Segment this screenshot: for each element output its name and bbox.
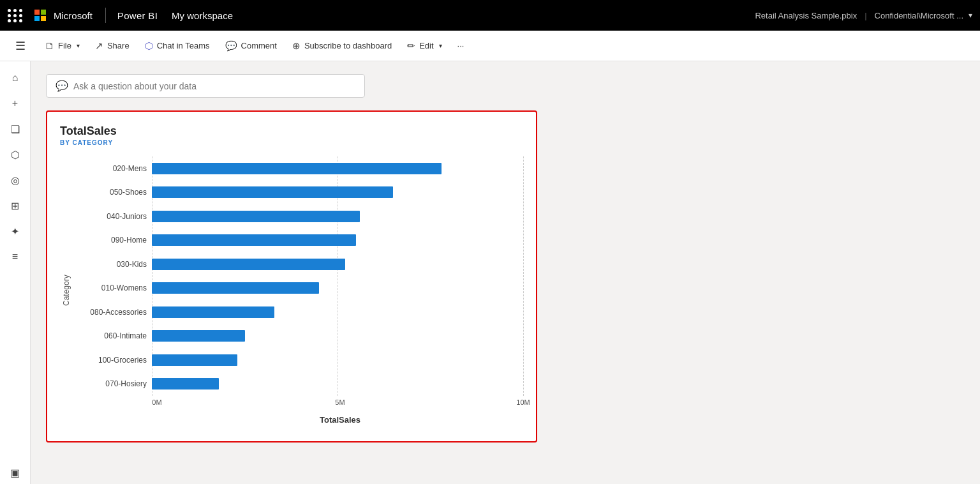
bars-column [152,156,523,396]
bar-label: 030-Kids [117,255,147,274]
comment-icon: 💬 [225,40,237,52]
subscribe-label: Subscribe to dashboard [304,41,392,50]
bar[interactable] [152,282,319,294]
microsoft-logo [34,10,46,21]
hamburger-menu[interactable]: ☰ [10,35,31,57]
chart-card: TotalSales BY CATEGORY Category 020-Mens… [46,110,537,442]
bar-label: 010-Womens [101,278,147,298]
main-content: 💬 TotalSales BY CATEGORY Category 020-Me… [31,61,980,484]
x-axis-label: TotalSales [157,415,523,425]
more-button[interactable]: ··· [451,37,471,54]
bar[interactable] [152,211,360,222]
topbar-right: Retail Analysis Sample.pbix | Confidenti… [755,11,972,20]
share-icon: ↗ [95,40,103,52]
microsoft-label: Microsoft [54,10,93,21]
file-chevron: ▾ [77,42,80,49]
bar-label: 050-Shoes [110,183,147,202]
sidebar-item-apps[interactable]: ⊞ [4,194,27,217]
table-row [152,326,523,345]
layout: ⌂ + ❑ ⬡ ◎ ⊞ ✦ ≡ ▣ 💬 TotalSales BY CATEGO… [0,61,980,484]
sidebar-item-monitor[interactable]: ▣ [4,461,27,484]
bar-label: 090-Home [111,231,147,250]
sidebar-item-browse[interactable]: ❑ [4,117,27,140]
topbar-divider [105,8,106,23]
apps-dots-grid[interactable] [8,9,23,22]
edit-button[interactable]: ✏ Edit ▾ [401,36,448,56]
sidebar-item-learn[interactable]: ≡ [4,245,27,268]
sidebar-item-home[interactable]: ⌂ [4,66,27,89]
bar[interactable] [152,378,219,389]
bars-container: 020-Mens050-Shoes040-Juniors090-Home030-… [75,156,523,396]
table-row [152,278,523,298]
table-row [152,303,523,322]
sidebar-item-create[interactable]: + [4,92,27,115]
bar-label: 080-Accessories [90,303,147,322]
file-button[interactable]: 🗋 File ▾ [38,36,86,55]
qa-bar[interactable]: 💬 [46,74,365,98]
table-row [152,159,523,178]
file-name: Retail Analysis Sample.pbix [755,11,857,20]
x-axis-tick: 5M [335,398,345,406]
share-label: Share [107,41,130,50]
y-axis-label: Category [60,156,73,425]
bar-label: 070-Hosiery [105,374,147,393]
x-axis-ticks: 0M5M10M [157,396,523,411]
bar-label: 060-Intimate [104,326,147,345]
bar[interactable] [152,186,393,198]
table-row [152,207,523,226]
bar[interactable] [152,330,245,342]
more-label: ··· [457,41,464,50]
table-row [152,374,523,393]
qa-icon: 💬 [56,80,68,92]
sidebar: ⌂ + ❑ ⬡ ◎ ⊞ ✦ ≡ ▣ [0,61,31,484]
bar-label: 100-Groceries [98,351,147,370]
x-axis-tick: 0M [152,398,161,406]
grid-line [523,156,524,396]
bar[interactable] [152,354,237,366]
table-row [152,231,523,250]
sidebar-item-goals[interactable]: ◎ [4,169,27,192]
qa-input[interactable] [73,81,355,91]
sidebar-item-data[interactable]: ⬡ [4,143,27,166]
chart-title: TotalSales [60,125,523,138]
bar-label: 020-Mens [113,159,147,178]
bar-chart: Category 020-Mens050-Shoes040-Juniors090… [60,156,523,425]
chart-subtitle: BY CATEGORY [60,139,523,146]
teams-icon: ⬡ [145,40,153,52]
toolbar: ☰ 🗋 File ▾ ↗ Share ⬡ Chat in Teams 💬 Com… [0,31,980,61]
bar[interactable] [152,306,274,318]
edit-chevron: ▾ [439,42,442,49]
top-bar: Microsoft Power BI My workspace Retail A… [0,0,980,31]
bar[interactable] [152,234,356,246]
table-row [152,183,523,202]
bar-label: 040-Juniors [107,207,147,226]
bar[interactable] [152,259,345,270]
table-row [152,351,523,370]
topbar-chevron[interactable]: ▾ [969,11,972,20]
chat-label: Chat in Teams [157,41,210,50]
workspace-name[interactable]: My workspace [172,10,233,21]
chat-in-teams-button[interactable]: ⬡ Chat in Teams [138,36,216,56]
bar-labels-column: 020-Mens050-Shoes040-Juniors090-Home030-… [75,156,152,396]
comment-label: Comment [241,41,277,50]
share-button[interactable]: ↗ Share [89,36,136,56]
file-icon: 🗋 [45,40,54,51]
app-name: Power BI [117,10,158,21]
sidebar-item-explore[interactable]: ✦ [4,220,27,243]
subscribe-icon: ⊕ [292,40,301,52]
comment-button[interactable]: 💬 Comment [219,36,283,56]
chart-area: 020-Mens050-Shoes040-Juniors090-Home030-… [75,156,523,425]
file-label: File [58,41,71,50]
subscribe-button[interactable]: ⊕ Subscribe to dashboard [286,36,398,56]
confidential-label: Confidential\Microsoft ... [875,11,963,20]
bar[interactable] [152,163,442,174]
x-axis-tick: 10M [516,398,530,406]
table-row [152,255,523,274]
edit-label: Edit [419,41,433,50]
edit-icon: ✏ [407,40,415,52]
